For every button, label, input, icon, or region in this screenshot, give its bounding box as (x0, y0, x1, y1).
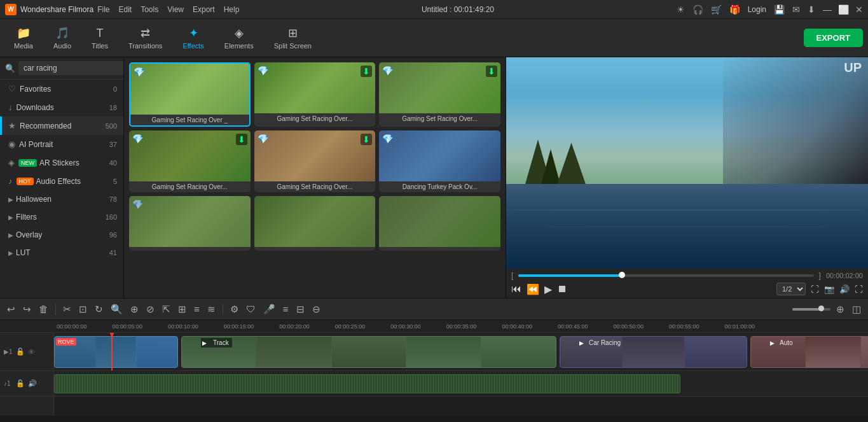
equalizer-button[interactable]: ≡ (281, 302, 291, 316)
sidebar-item-ar-stickers[interactable]: ◈ NEW AR Stickers 40 (0, 153, 123, 172)
gem-icon-6: 💎 (382, 134, 393, 144)
save-icon[interactable]: 💾 (774, 4, 785, 15)
clip-car-racing-label: Car Racing (586, 338, 624, 348)
toolbar-titles[interactable]: T Titles (83, 24, 117, 52)
stop-button[interactable]: ⏹ (557, 283, 567, 295)
mail-icon[interactable]: ✉ (792, 4, 800, 15)
zoom-in-button[interactable]: ⊕ (834, 302, 846, 317)
audio-icon: 🎵 (55, 26, 69, 40)
frame-back-button[interactable]: ⏪ (527, 283, 539, 295)
sidebar-item-downloads[interactable]: ↓ Downloads 18 (0, 98, 123, 116)
menu-file[interactable]: File (97, 5, 109, 14)
screen-size-button[interactable]: ⛶ (811, 285, 819, 294)
menu-tools[interactable]: Tools (141, 5, 158, 14)
download-icon-4[interactable]: ⬇ (236, 134, 247, 145)
progress-bracket-right: ] (819, 271, 821, 280)
cut-button[interactable]: ✂ (61, 302, 73, 317)
toolbar-media[interactable]: 📁 Media (5, 24, 42, 52)
download-icon-3[interactable]: ⬇ (486, 66, 497, 77)
track-lock-v1[interactable]: 🔓 (16, 348, 25, 356)
effect-card-6[interactable]: 💎 Dancing Turkey Pack Ov... (379, 130, 500, 192)
sun-icon[interactable]: ☀ (677, 4, 685, 15)
timeline-cursor[interactable] (111, 333, 113, 370)
track-visible-a1[interactable]: 🔊 (28, 379, 37, 388)
search-replace-button[interactable]: 🔍 (109, 302, 125, 317)
sidebar-item-recommended[interactable]: ★ Recommended 500 (0, 116, 123, 135)
toolbar-transitions[interactable]: ⇄ Transitions (120, 24, 171, 52)
track-clip-auto[interactable]: ▶ Auto (750, 336, 868, 368)
page-selector[interactable]: 1/2 (776, 283, 806, 295)
crop-button[interactable]: ⊡ (77, 302, 89, 317)
screenshot-button[interactable]: 📷 (824, 285, 834, 294)
track-lock-a1[interactable]: 🔓 (16, 379, 25, 388)
toolbar-effects[interactable]: ✦ Effects (174, 24, 212, 52)
redo-button[interactable]: ↪ (21, 302, 33, 317)
zoom-out-button[interactable]: ⊖ (310, 302, 322, 317)
minimize-button[interactable]: — (823, 4, 832, 15)
headphones-icon[interactable]: 🎧 (692, 4, 703, 15)
undo-button[interactable]: ↩ (5, 302, 17, 317)
ruler-mark-6: 00:00:30:00 (390, 323, 421, 330)
shield-button[interactable]: 🛡 (244, 302, 258, 316)
sidebar-item-audio-effects[interactable]: ♪ HOT Audio Effects 5 (0, 172, 123, 190)
layout-button[interactable]: ⊟ (294, 302, 307, 317)
sidebar-item-overlay[interactable]: ▶ Overlay 96 (0, 226, 123, 244)
download-icon-5[interactable]: ⬇ (361, 134, 372, 145)
menu-help[interactable]: Help (224, 5, 240, 14)
download-icon-2[interactable]: ⬇ (361, 66, 372, 77)
export-button[interactable]: EXPORT (804, 29, 863, 47)
track-visible-v1[interactable]: 👁 (28, 348, 35, 356)
volume-button[interactable]: 🔊 (839, 285, 850, 294)
fit-button[interactable]: ◫ (850, 302, 863, 317)
menu-view[interactable]: View (167, 5, 184, 14)
maximize-button[interactable]: ⬜ (838, 4, 849, 15)
delete-button[interactable]: 🗑 (37, 302, 50, 316)
effect-card-2[interactable]: 💎 ⬇ Gaming Set Racing Over... (254, 62, 376, 127)
toolbar-elements[interactable]: ◈ Elements (216, 24, 263, 52)
speed-button[interactable]: ≡ (192, 302, 202, 316)
effect-card-7[interactable]: 💎 (129, 196, 251, 251)
progress-track[interactable] (518, 274, 813, 277)
split-button[interactable]: ⊞ (176, 302, 188, 317)
sidebar-item-favorites[interactable]: ♡ Favorites 0 (0, 80, 123, 98)
resize-button[interactable]: ⇱ (160, 302, 172, 317)
gift-icon[interactable]: 🎁 (729, 4, 740, 15)
track-clip-car-racing[interactable]: ▶ Car Racing (560, 336, 747, 368)
timeline-scrollbar[interactable] (0, 416, 868, 422)
effect-card-3[interactable]: 💎 ⬇ Gaming Set Racing Over... (379, 62, 500, 127)
sidebar-item-ai-portrait[interactable]: ◉ AI Portrait 37 (0, 135, 123, 153)
close-button[interactable]: ✕ (855, 4, 863, 15)
track-clip-rove[interactable]: ROVE (54, 336, 178, 368)
menu-edit[interactable]: Edit (119, 5, 132, 14)
zoom-track[interactable] (792, 308, 830, 311)
search-input[interactable] (18, 61, 124, 75)
mic-button[interactable]: 🎤 (261, 302, 277, 317)
color-button[interactable]: ⊕ (128, 302, 141, 317)
audio-waveform-button[interactable]: ≋ (205, 302, 217, 317)
login-button[interactable]: Login (748, 5, 766, 14)
stabilize-button[interactable]: ⊘ (144, 302, 156, 317)
settings-button[interactable]: ⚙ (228, 302, 240, 317)
rotate-button[interactable]: ↻ (93, 302, 105, 317)
play-button[interactable]: ▶ (544, 283, 552, 295)
sidebar-item-halloween[interactable]: ▶ Halloween 78 (0, 190, 123, 208)
effect-card-5[interactable]: 💎 ⬇ Gaming Set Racing Over... (254, 130, 376, 192)
track-label-v1: ▶1 🔓 👁 (0, 333, 53, 371)
effect-card-4[interactable]: 💎 ⬇ Gaming Set Racing Over... (129, 130, 251, 192)
sidebar-item-lut[interactable]: ▶ LUT 41 (0, 244, 123, 262)
ai-portrait-icon: ◉ (8, 139, 15, 149)
sidebar-item-filters[interactable]: ▶ Filters 160 (0, 208, 123, 226)
cart-icon[interactable]: 🛒 (711, 4, 722, 15)
effect-card-9[interactable] (379, 196, 500, 251)
step-back-button[interactable]: ⏮ (511, 283, 521, 295)
fullscreen-button[interactable]: ⛶ (855, 285, 863, 294)
separator-1 (55, 304, 56, 315)
effect-card-8[interactable] (254, 196, 376, 251)
audio-clip-1[interactable] (54, 374, 680, 393)
menu-export[interactable]: Export (193, 5, 215, 14)
download-icon[interactable]: ⬇ (808, 4, 815, 15)
toolbar-split-screen[interactable]: ⊞ Split Screen (265, 24, 320, 52)
effect-card-1[interactable]: 💎 Gaming Set Racing Over _ (129, 62, 251, 127)
toolbar-audio[interactable]: 🎵 Audio (45, 24, 80, 52)
track-clip-track[interactable]: ▶ Track (181, 336, 556, 368)
